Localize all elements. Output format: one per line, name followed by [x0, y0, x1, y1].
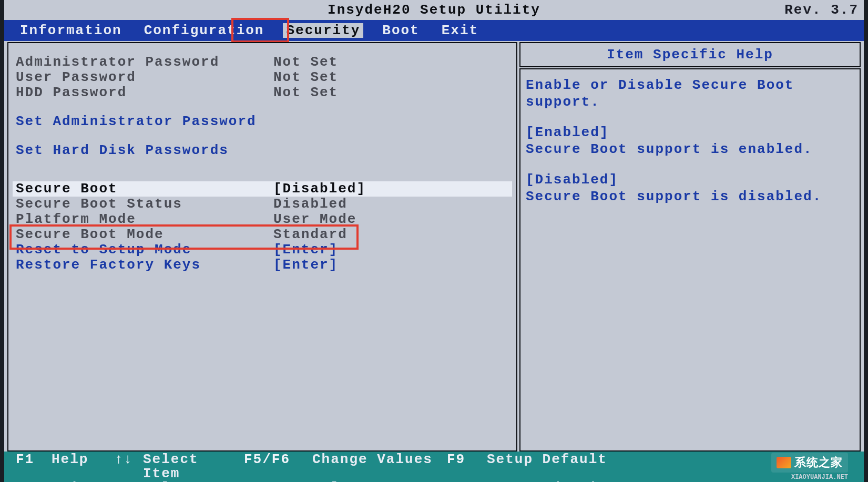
watermark-logo-icon — [777, 457, 791, 468]
row-hdd-password: HDD Password Not Set — [13, 85, 512, 100]
help-enabled-header: [Enabled] — [526, 125, 609, 140]
watermark: 系统之家 XIAOYUANJIA.NET — [771, 453, 848, 473]
action-set-hdd-passwords[interactable]: Set Hard Disk Passwords — [13, 143, 512, 158]
reset-setup-mode-value: [Enter] — [273, 242, 338, 258]
reset-setup-mode-label: Reset to Setup Mode — [16, 242, 273, 258]
menu-bar: Information Configuration Security Boot … — [4, 20, 864, 41]
action-reset-setup-mode[interactable]: Reset to Setup Mode [Enter] — [13, 242, 512, 258]
action-set-admin-password[interactable]: Set Administrator Password — [13, 114, 512, 129]
title-bar: InsydeH20 Setup Utility Rev. 3.7 — [4, 0, 864, 20]
key-f1: F1 — [16, 453, 52, 481]
row-secure-boot-mode: Secure Boot Mode Standard — [13, 227, 512, 242]
tab-exit[interactable]: Exit — [438, 23, 482, 38]
row-secure-boot[interactable]: Secure Boot [Disabled] — [13, 181, 512, 197]
tab-security[interactable]: Security — [283, 23, 363, 38]
help-enabled-text: Secure Boot support is enabled. — [526, 141, 813, 157]
key-updown-text: Select Item — [143, 453, 244, 481]
restore-factory-keys-label: Restore Factory Keys — [16, 258, 273, 273]
secure-boot-label: Secure Boot — [16, 181, 273, 197]
help-enabled: [Enabled] Secure Boot support is enabled… — [526, 124, 854, 158]
help-title-panel: Item Specific Help — [519, 42, 861, 67]
watermark-text: 系统之家 — [794, 455, 843, 470]
tab-information[interactable]: Information — [17, 23, 125, 38]
key-f9: F9 — [447, 453, 487, 481]
help-disabled-header: [Disabled] — [526, 172, 618, 188]
user-password-value: Not Set — [273, 70, 338, 85]
watermark-sub: XIAOYUANJIA.NET — [791, 474, 848, 481]
help-disabled: [Disabled] Secure Boot support is disabl… — [526, 171, 854, 205]
row-admin-password: Administrator Password Not Set — [13, 55, 512, 70]
key-f5f6: F5/F6 — [244, 453, 312, 481]
secure-boot-status-label: Secure Boot Status — [16, 197, 273, 212]
bios-screen: InsydeH20 Setup Utility Rev. 3.7 Informa… — [4, 0, 864, 482]
help-body: Enable or Disable Secure Boot support. — [526, 77, 854, 110]
row-secure-boot-status: Secure Boot Status Disabled — [13, 197, 512, 212]
row-user-password: User Password Not Set — [13, 70, 512, 85]
set-hdd-passwords-label: Set Hard Disk Passwords — [16, 143, 273, 158]
secure-boot-status-value: Disabled — [273, 197, 348, 212]
admin-password-value: Not Set — [273, 55, 338, 70]
platform-mode-value: User Mode — [273, 212, 356, 227]
set-admin-password-label: Set Administrator Password — [16, 114, 273, 129]
help-disabled-text: Secure Boot support is disabled. — [526, 189, 822, 204]
admin-password-label: Administrator Password — [16, 55, 273, 70]
hdd-password-value: Not Set — [273, 85, 338, 100]
footer-bar: F1 Help ↑↓ Select Item F5/F6 Change Valu… — [4, 452, 864, 482]
revision-label: Rev. 3.7 — [784, 2, 859, 18]
platform-mode-label: Platform Mode — [16, 212, 273, 227]
tab-boot[interactable]: Boot — [379, 23, 422, 38]
tab-configuration[interactable]: Configuration — [141, 23, 268, 38]
app-title: InsydeH20 Setup Utility — [328, 2, 540, 18]
secure-boot-value: [Disabled] — [273, 181, 366, 197]
secure-boot-mode-value: Standard — [273, 227, 348, 242]
key-f1-text: Help — [52, 453, 115, 481]
help-title: Item Specific Help — [607, 47, 773, 63]
main-panel: Administrator Password Not Set User Pass… — [7, 42, 517, 452]
hdd-password-label: HDD Password — [16, 85, 273, 100]
key-f9-text: Setup Default — [487, 453, 607, 481]
key-updown: ↑↓ — [115, 453, 143, 481]
restore-factory-keys-value: [Enter] — [273, 258, 338, 273]
work-area: Administrator Password Not Set User Pass… — [7, 42, 861, 452]
key-f5f6-text: Change Values — [312, 453, 447, 481]
action-restore-factory-keys[interactable]: Restore Factory Keys [Enter] — [13, 258, 512, 273]
help-panel: Enable or Disable Secure Boot support. [… — [519, 68, 861, 452]
row-platform-mode: Platform Mode User Mode — [13, 212, 512, 227]
user-password-label: User Password — [16, 70, 273, 85]
secure-boot-mode-label: Secure Boot Mode — [16, 227, 273, 242]
